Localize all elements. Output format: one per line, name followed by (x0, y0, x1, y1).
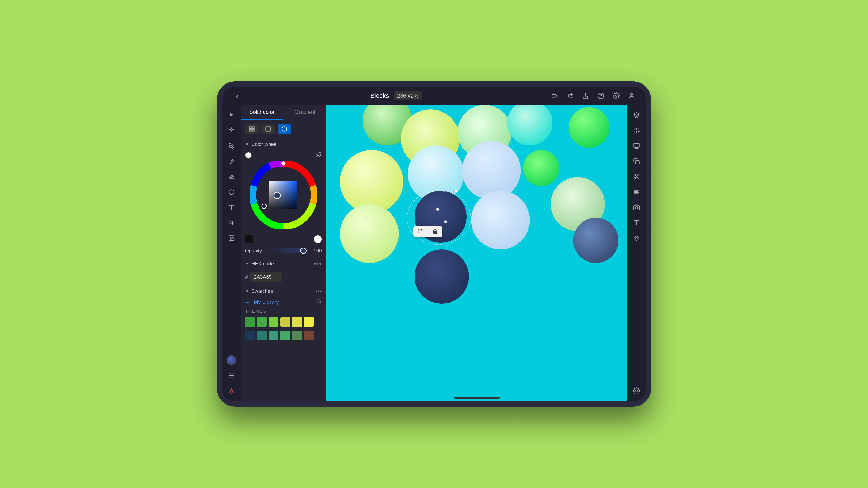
popup-delete[interactable] (428, 226, 442, 237)
current-color-preview[interactable] (245, 152, 252, 159)
bubble-5 (569, 107, 610, 148)
camera-button[interactable] (631, 201, 643, 213)
hex-input[interactable] (250, 272, 282, 282)
topbar-icons (550, 91, 637, 101)
swatches-search-button[interactable] (316, 298, 322, 305)
themes-label: THEMES (241, 307, 327, 315)
swatch-6[interactable] (304, 317, 314, 327)
zoom-level[interactable]: 236.42% (394, 91, 422, 100)
selection-handle-top[interactable] (454, 190, 457, 193)
tab-solid-color[interactable]: Solid color (241, 105, 283, 120)
brush-tool[interactable] (225, 156, 237, 167)
swatch-7[interactable] (245, 330, 255, 340)
color-wheel-svg[interactable] (250, 161, 317, 229)
text-tool[interactable] (225, 201, 237, 213)
swatch-10[interactable] (280, 330, 290, 340)
bubble-8 (462, 141, 521, 200)
tab-gradient[interactable]: Gradient (283, 105, 327, 120)
swatches-header: ▼ Swatches ••• (241, 285, 327, 297)
app-title: Blocks (370, 92, 389, 99)
svg-point-37 (281, 161, 285, 165)
svg-point-29 (282, 127, 287, 131)
svg-line-22 (229, 392, 230, 393)
swatches-more-button[interactable]: ••• (315, 288, 322, 295)
person-button[interactable] (627, 91, 637, 101)
swatch-3[interactable] (269, 317, 278, 327)
swatches-grid-row1 (241, 315, 327, 329)
text-format-button[interactable] (631, 217, 643, 229)
swatches-grid-row2 (241, 329, 327, 342)
align-tool[interactable] (225, 369, 237, 381)
canvas-area[interactable] (327, 105, 627, 401)
svg-line-39 (320, 302, 321, 303)
align-right-button[interactable] (631, 186, 643, 198)
swatch-4[interactable] (280, 317, 290, 327)
main-area: Solid color Gradient (222, 105, 646, 401)
swatch-11[interactable] (292, 330, 302, 340)
swatches-expand-icon[interactable]: ▼ (245, 289, 249, 294)
svg-point-11 (230, 237, 231, 238)
svg-line-23 (233, 389, 234, 389)
svg-line-19 (233, 392, 234, 393)
opacity-row: Opacity 100 (241, 245, 327, 256)
pen-tool[interactable] (225, 140, 237, 152)
bubble-9 (523, 150, 559, 186)
svg-rect-24 (250, 127, 251, 129)
swatch-12[interactable] (304, 330, 314, 340)
magic-select-tool[interactable] (225, 125, 237, 136)
share-button[interactable] (581, 91, 590, 101)
path-button[interactable] (631, 232, 643, 244)
mode-square[interactable] (261, 124, 275, 134)
shape-tool[interactable] (225, 186, 237, 198)
selection-handle-bottom[interactable] (444, 220, 447, 223)
help-button[interactable] (596, 91, 606, 101)
select-tool[interactable] (225, 109, 237, 121)
copy-button[interactable] (631, 156, 643, 167)
opacity-slider[interactable] (269, 248, 305, 253)
my-library-label[interactable]: My Library (254, 299, 279, 305)
bubble-14 (414, 250, 469, 304)
popup-duplicate[interactable] (413, 226, 428, 237)
undo-button[interactable] (550, 91, 560, 101)
swatches-section: ▼ Swatches ••• ← My Library THEMES (241, 285, 327, 342)
swatch-5[interactable] (292, 317, 302, 327)
tablet-frame: ‹ Blocks 236.42% (217, 81, 651, 407)
svg-point-3 (615, 95, 617, 97)
color-tabs: Solid color Gradient (241, 105, 327, 121)
swatch-1[interactable] (245, 317, 255, 327)
color-indicator[interactable] (225, 354, 237, 366)
hex-expand-icon[interactable]: ▼ (245, 261, 249, 266)
redo-button[interactable] (565, 91, 575, 101)
mode-grid[interactable] (245, 124, 258, 134)
hex-section: # (241, 269, 327, 285)
active-tool[interactable] (225, 385, 237, 397)
svg-point-68 (636, 390, 638, 392)
selection-handle-center[interactable] (436, 207, 439, 211)
my-library-back[interactable]: ← (245, 299, 250, 305)
svg-point-38 (317, 299, 321, 303)
swatch-8[interactable] (257, 330, 267, 340)
svg-rect-26 (250, 129, 251, 131)
white-color[interactable] (314, 235, 322, 243)
swatches-label: Swatches (251, 288, 273, 294)
export-button[interactable] (631, 385, 643, 397)
mode-circle[interactable] (278, 124, 291, 134)
filter-button[interactable] (631, 125, 643, 136)
topbar-center: Blocks 236.42% (243, 91, 550, 100)
cut-button[interactable] (631, 171, 643, 183)
settings-button[interactable] (611, 91, 621, 101)
swatch-9[interactable] (269, 330, 278, 340)
crop-tool[interactable] (225, 217, 237, 229)
back-button[interactable]: ‹ (231, 90, 243, 101)
color-wheel[interactable] (250, 161, 317, 229)
layers-button[interactable] (631, 109, 643, 121)
hex-more-button[interactable]: ••• (314, 260, 322, 267)
image-tool[interactable] (225, 232, 237, 244)
eraser-tool[interactable] (225, 171, 237, 183)
eyedropper-button[interactable] (316, 151, 322, 159)
opacity-label: Opacity (245, 248, 266, 254)
library-button[interactable] (631, 140, 643, 152)
expand-icon[interactable]: ▼ (245, 142, 249, 147)
swatch-2[interactable] (257, 317, 267, 327)
black-color[interactable] (245, 235, 253, 243)
